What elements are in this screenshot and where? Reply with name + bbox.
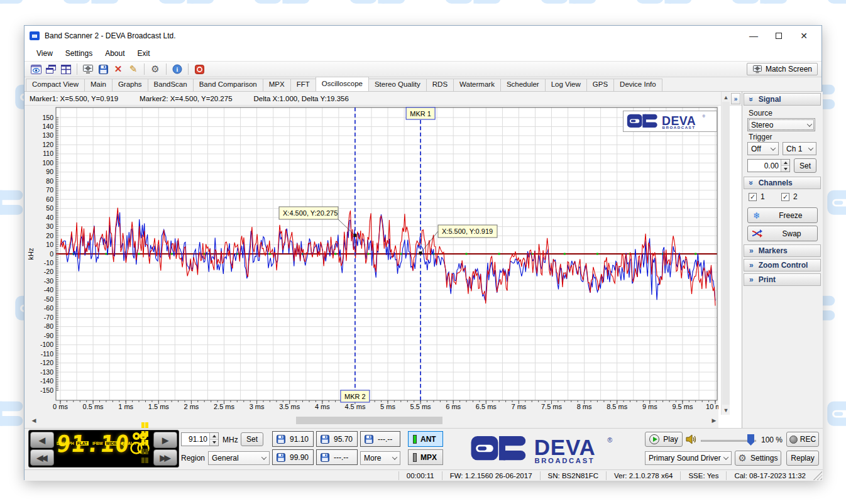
- channel-2-checkbox[interactable]: ✓ 2: [781, 192, 798, 201]
- resize-grip[interactable]: [813, 471, 822, 480]
- print-panel-header[interactable]: » Print: [744, 273, 821, 286]
- spin-down-icon[interactable]: [781, 165, 789, 172]
- preset-button-5[interactable]: ---.--: [316, 449, 358, 465]
- tune-down-button[interactable]: ◀: [30, 432, 54, 448]
- match-screen-icon[interactable]: [80, 62, 96, 76]
- oscilloscope-chart-area[interactable]: 1501401301201101009080706050403020100-10…: [25, 106, 718, 428]
- scroll-up-icon[interactable]: ▲: [722, 93, 730, 102]
- markers-panel-header[interactable]: » Markers: [744, 244, 821, 257]
- oscilloscope-plot[interactable]: 1501401301201101009080706050403020100-10…: [25, 106, 718, 415]
- tab-scheduler[interactable]: Scheduler: [500, 79, 546, 91]
- vertical-scrollbar[interactable]: ▲ ▼: [721, 92, 730, 415]
- horizontal-scroll-thumb[interactable]: [296, 417, 442, 424]
- volume-slider-thumb[interactable]: [747, 434, 754, 446]
- audio-settings-button[interactable]: ⚙ Settings: [735, 451, 781, 466]
- tune-up-button[interactable]: ▶: [153, 432, 177, 448]
- channels-panel-header[interactable]: » Channels: [744, 177, 821, 189]
- mpx-indicator: [413, 453, 417, 462]
- preset-button-2[interactable]: 95.70: [316, 431, 358, 447]
- tab-bandscan[interactable]: BandScan: [148, 79, 194, 91]
- match-screen-icon: [752, 65, 762, 74]
- lcd-indicators: DEEMPH FLAT IFBW WIDE QUALITY: [57, 421, 152, 465]
- tuner-lcd-panel: ◀ ◀◀ 91.10 DEEMPH FLAT IFBW WIDE QUALITY: [28, 430, 179, 468]
- menu-item-exit[interactable]: Exit: [132, 47, 156, 60]
- preset-button-1[interactable]: 91.10: [272, 431, 314, 447]
- svg-text:BROADCAST: BROADCAST: [662, 125, 696, 129]
- tile-windows-icon[interactable]: [58, 62, 74, 76]
- signal-panel-header[interactable]: » Signal: [744, 93, 821, 106]
- spin-up-icon[interactable]: [210, 433, 218, 439]
- svg-text:4 ms: 4 ms: [315, 403, 330, 410]
- play-button[interactable]: Play: [645, 432, 683, 447]
- region-select[interactable]: General: [208, 451, 270, 465]
- preset-button-3[interactable]: ---.--: [360, 431, 400, 447]
- match-screen-button[interactable]: Match Screen: [747, 63, 818, 75]
- spin-up-icon[interactable]: [781, 160, 789, 165]
- trigger-mode-select[interactable]: Off: [747, 142, 779, 155]
- tab-graphs[interactable]: Graphs: [112, 79, 148, 91]
- spin-down-icon[interactable]: [210, 439, 218, 446]
- svg-text:8 ms: 8 ms: [577, 403, 592, 410]
- tab-rds[interactable]: RDS: [426, 79, 454, 91]
- replay-button[interactable]: Replay: [786, 451, 819, 466]
- power-icon[interactable]: [192, 62, 207, 76]
- marker-label-1[interactable]: MKR 1: [406, 107, 435, 119]
- settings-gear-icon[interactable]: ⚙: [148, 62, 163, 76]
- zoom-control-panel-header[interactable]: » Zoom Control: [744, 259, 821, 271]
- sound-driver-select[interactable]: Primary Sound Driver: [645, 451, 732, 465]
- record-indicator-icon: [789, 436, 798, 444]
- trigger-set-button[interactable]: Set: [794, 158, 816, 173]
- seek-up-button[interactable]: ▶▶: [153, 449, 177, 466]
- tab-main[interactable]: Main: [84, 79, 113, 91]
- tab-fft[interactable]: FFT: [290, 79, 316, 91]
- save-icon[interactable]: [96, 62, 111, 76]
- cascade-windows-icon[interactable]: [43, 62, 58, 76]
- frequency-spinner[interactable]: 91.10: [181, 432, 219, 446]
- edit-icon[interactable]: ✎: [126, 62, 141, 76]
- swap-button[interactable]: Swap: [747, 226, 818, 241]
- freeze-button[interactable]: ❄ Freeze: [747, 207, 818, 223]
- vertical-scroll-thumb[interactable]: [722, 102, 730, 405]
- chevron-down-icon: »: [747, 97, 755, 102]
- seek-down-button[interactable]: ◀◀: [30, 449, 54, 466]
- scroll-left-icon[interactable]: ◀: [30, 416, 38, 425]
- menu-item-settings[interactable]: Settings: [60, 47, 98, 60]
- menu-item-about[interactable]: About: [99, 47, 130, 60]
- antenna-toggle-button[interactable]: ANT: [408, 431, 443, 447]
- tab-compact-view[interactable]: Compact View: [26, 79, 85, 91]
- status-segment-0: 00:00:11: [398, 471, 442, 480]
- trigger-channel-select[interactable]: Ch 1: [783, 142, 816, 155]
- more-presets-select[interactable]: More: [360, 451, 400, 465]
- scroll-down-icon[interactable]: ▼: [722, 406, 730, 415]
- set-frequency-button[interactable]: Set: [241, 432, 263, 446]
- menu-bar: ViewSettingsAboutExit: [25, 46, 821, 61]
- side-panel-collapse-button[interactable]: »: [731, 93, 740, 104]
- trigger-level-spinner[interactable]: 0.00: [747, 159, 790, 172]
- mpx-toggle-button[interactable]: MPX: [408, 449, 443, 465]
- delete-icon[interactable]: ✕: [111, 62, 126, 76]
- tab-watermark[interactable]: Watermark: [453, 79, 501, 91]
- preset-button-4[interactable]: 99.90: [272, 449, 314, 465]
- tab-mpx[interactable]: MPX: [263, 79, 291, 91]
- info-icon[interactable]: i: [170, 62, 185, 76]
- scroll-right-icon[interactable]: ▶: [710, 416, 718, 425]
- maximize-button[interactable]: [766, 28, 791, 44]
- svg-text:-90: -90: [44, 332, 53, 339]
- minimize-button[interactable]: —: [741, 28, 766, 44]
- marker-label-2[interactable]: MKR 2: [341, 390, 370, 402]
- preview-icon[interactable]: [28, 62, 43, 76]
- status-segment-4: SSE: Yes: [680, 471, 726, 480]
- tab-oscilloscope[interactable]: Oscilloscope: [316, 77, 369, 91]
- close-button[interactable]: ✕: [791, 28, 816, 44]
- tab-gps[interactable]: GPS: [586, 79, 614, 91]
- record-button[interactable]: REC: [786, 432, 819, 447]
- menu-item-view[interactable]: View: [31, 47, 58, 60]
- tab-log-view[interactable]: Log View: [545, 79, 587, 91]
- svg-text:90: 90: [46, 168, 53, 175]
- tab-stereo-quality[interactable]: Stereo Quality: [368, 79, 427, 91]
- tab-device-info[interactable]: Device Info: [613, 79, 662, 91]
- channel-1-checkbox[interactable]: ✓ 1: [749, 192, 765, 201]
- tab-band-comparison[interactable]: Band Comparison: [193, 79, 263, 91]
- svg-text:30: 30: [46, 222, 53, 230]
- source-select[interactable]: Stereo: [747, 118, 815, 131]
